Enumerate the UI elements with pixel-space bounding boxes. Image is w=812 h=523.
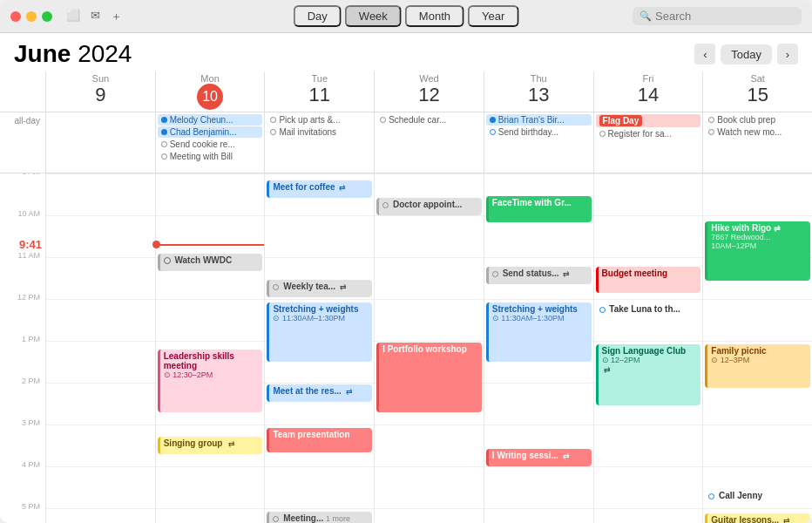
event-leadership[interactable]: Leadership skills meeting ⊙ 12:30–2PM — [158, 350, 263, 412]
event-singing-group[interactable]: Singing group ⇄ — [158, 437, 263, 454]
time-col: 9 AM 10 AM 9:41 11 AM 12 PM 1 PM 2 PM 3 … — [0, 173, 45, 523]
header-spacer — [0, 71, 45, 112]
time-label: 1 PM — [22, 335, 40, 343]
allday-col-wed: Schedule car... — [374, 112, 484, 173]
allday-event[interactable]: Watch new mo... — [705, 126, 810, 138]
tab-week[interactable]: Week — [345, 5, 402, 27]
event-stretching-weights-thu[interactable]: Stretching + weights ⊙ 11:30AM–1:30PM — [486, 302, 592, 362]
sidebar-toggle-icon[interactable]: ⬜ — [66, 9, 80, 24]
event-dot — [161, 153, 167, 160]
time-label: 10 AM — [17, 209, 40, 218]
today-button[interactable]: Today — [721, 44, 772, 65]
search-bar[interactable]: 🔍 — [633, 7, 802, 25]
event-sign-language-club[interactable]: Sign Language Club ⊙ 12–2PM ⇄ — [596, 344, 701, 405]
view-tabs: Day Week Month Year — [294, 5, 519, 27]
allday-event-flag-day[interactable]: Flag Day — [596, 114, 701, 127]
event-call-jenny[interactable]: Call Jenny — [705, 489, 810, 506]
day-header-thu: Thu 13 — [484, 71, 593, 112]
allday-event[interactable]: Register for sa... — [596, 128, 701, 139]
titlebar-icons: ⬜ ✉ ＋ — [66, 9, 122, 24]
inbox-icon[interactable]: ✉ — [91, 9, 100, 24]
event-team-presentation[interactable]: Team presentation — [267, 428, 372, 452]
day-col-sun — [45, 173, 155, 523]
event-dot — [490, 129, 496, 135]
day-header-mon: Mon 10 — [155, 71, 265, 112]
day-col-sat: Hike with Rigo ⇄ 7867 Redwood... 10AM–12… — [702, 173, 812, 523]
event-stretching-weights-tue[interactable]: Stretching + weights ⊙ 11:30AM–1:30PM — [267, 302, 372, 362]
event-meet-for-coffee[interactable]: Meet for coffee ⇄ — [267, 180, 372, 198]
time-label: 11 AM — [17, 251, 40, 260]
event-dot — [273, 284, 279, 290]
tab-day[interactable]: Day — [294, 5, 342, 27]
allday-col-thu: Brian Tran's Bir... Send birthday... — [484, 112, 593, 173]
event-doctor-appt[interactable]: Doctor appoint... — [376, 198, 482, 215]
event-watch-wwdc[interactable]: Watch WWDC — [158, 254, 263, 271]
event-take-luna[interactable]: Take Luna to th... — [596, 302, 701, 320]
event-dot — [273, 516, 279, 522]
event-dot — [270, 117, 276, 123]
event-send-status[interactable]: Send status... ⇄ — [486, 267, 592, 284]
search-input[interactable] — [655, 10, 795, 23]
event-weekly-tea[interactable]: Weekly tea... ⇄ — [267, 280, 372, 297]
header-area: June 2024 ‹ Today › — [0, 33, 812, 71]
allday-event-pickup-arts[interactable]: Pick up arts &... — [267, 114, 372, 126]
event-guitar-lessons[interactable]: Guitar lessons... ⇄ — [705, 513, 810, 523]
scroll-area[interactable]: 9 AM 10 AM 9:41 11 AM 12 PM 1 PM 2 PM 3 … — [0, 173, 812, 523]
event-dot — [708, 129, 714, 135]
month-title: June 2024 — [14, 40, 132, 68]
day-header-tue: Tue 11 — [264, 71, 374, 112]
event-dot — [708, 493, 714, 499]
tab-year[interactable]: Year — [468, 5, 518, 27]
allday-event-meeting-bill[interactable]: Meeting with Bill — [158, 151, 263, 162]
day-header-sun: Sun 9 — [45, 71, 155, 112]
day-col-thu: FaceTime with Gr... Send status... ⇄ Str… — [484, 173, 593, 523]
event-dot — [599, 307, 606, 313]
event-budget-meeting[interactable]: Budget meeting — [596, 267, 701, 293]
event-hike-with-rigo[interactable]: Hike with Rigo ⇄ 7867 Redwood... 10AM–12… — [705, 221, 810, 281]
current-time-line — [156, 244, 265, 246]
day-header-sat: Sat 15 — [702, 71, 812, 112]
event-meeting-more[interactable]: Meeting... 1 more — [267, 512, 372, 523]
time-label: 4 PM — [22, 460, 40, 469]
titlebar: ⬜ ✉ ＋ Day Week Month Year 🔍 — [0, 0, 812, 33]
event-family-picnic[interactable]: Family picnic ⊙ 12–3PM — [705, 344, 810, 388]
day-header-fri: Fri 14 — [593, 71, 703, 112]
current-time-display: 9:41 — [19, 238, 42, 251]
minimize-button[interactable] — [26, 11, 37, 22]
prev-week-button[interactable]: ‹ — [694, 44, 715, 65]
time-label: 9 AM — [22, 173, 40, 176]
allday-event[interactable]: Send birthday... — [486, 126, 592, 138]
day-col-tue: Meet for coffee ⇄ Weekly tea... ⇄ Stretc… — [264, 173, 374, 523]
search-icon: 🔍 — [639, 10, 652, 22]
next-week-button[interactable]: › — [777, 44, 798, 65]
allday-event[interactable]: Send cookie re... — [158, 139, 263, 150]
allday-event[interactable]: Schedule car... — [376, 114, 482, 126]
day-header-wed: Wed 12 — [374, 71, 484, 112]
allday-event[interactable]: Melody Cheun... — [158, 114, 263, 126]
tab-month[interactable]: Month — [405, 5, 464, 27]
traffic-lights — [10, 11, 52, 22]
allday-event[interactable]: Brian Tran's Bir... — [486, 114, 592, 126]
time-grid: 9 AM 10 AM 9:41 11 AM 12 PM 1 PM 2 PM 3 … — [0, 173, 812, 523]
event-dot — [708, 117, 714, 123]
event-meet-at-res[interactable]: Meet at the res... ⇄ — [267, 384, 372, 402]
event-dot — [380, 117, 386, 123]
event-dot — [161, 141, 167, 147]
close-button[interactable] — [10, 11, 21, 22]
fullscreen-button[interactable] — [42, 11, 52, 22]
time-label: 2 PM — [22, 377, 40, 385]
day-col-wed: Doctor appoint... I Portfolio workshop — [374, 173, 484, 523]
add-event-icon[interactable]: ＋ — [111, 9, 122, 24]
day-col-mon: Watch WWDC Leadership skills meeting ⊙ 1… — [155, 173, 265, 523]
allday-event[interactable]: Mail invitations — [267, 126, 372, 138]
allday-col-sun — [45, 112, 155, 173]
event-portfolio-workshop[interactable]: I Portfolio workshop — [376, 343, 482, 412]
event-writing-session[interactable]: I Writing sessi... ⇄ — [486, 449, 592, 466]
event-facetime[interactable]: FaceTime with Gr... — [486, 196, 592, 222]
allday-label: all-day — [0, 112, 45, 173]
allday-col-sat: Book club prep Watch new mo... — [702, 112, 812, 173]
time-slot-5pm: 5 PM — [0, 508, 45, 523]
event-dot — [599, 131, 606, 137]
allday-event[interactable]: Chad Benjamin... — [158, 126, 263, 138]
allday-event-book-club[interactable]: Book club prep — [705, 114, 810, 126]
